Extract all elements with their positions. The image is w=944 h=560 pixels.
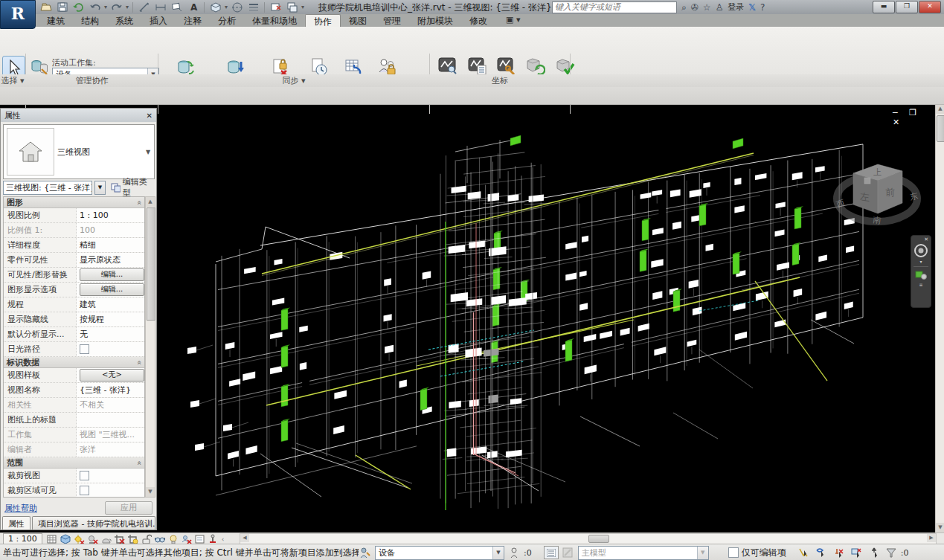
tab-0[interactable]: 建筑 bbox=[39, 14, 73, 27]
text-icon[interactable]: A bbox=[186, 1, 200, 13]
select-pinned-icon[interactable] bbox=[832, 547, 846, 559]
edit-button[interactable]: 编辑... bbox=[80, 283, 144, 296]
select-panel-label[interactable]: 选择 ▾ bbox=[0, 75, 25, 86]
scroll-right-icon[interactable]: ▶ bbox=[927, 534, 936, 542]
reveal-constraints-icon[interactable] bbox=[208, 534, 219, 544]
tab-9[interactable]: 管理 bbox=[375, 14, 409, 27]
filter-icon[interactable] bbox=[884, 547, 898, 559]
section-icon[interactable] bbox=[230, 1, 244, 13]
tab-project-browser[interactable]: 项目浏览器 - 技师学院机电培训... bbox=[32, 516, 155, 530]
switch-windows-icon[interactable] bbox=[285, 1, 299, 13]
detail-level-icon[interactable] bbox=[47, 534, 59, 544]
unlocked-3d-view-icon[interactable] bbox=[141, 534, 152, 544]
user-icon[interactable]: ♙ bbox=[716, 2, 724, 13]
undo-icon[interactable] bbox=[88, 1, 102, 13]
navbar-caret-icon[interactable]: ▾ bbox=[919, 259, 922, 264]
tab-8[interactable]: 视图 bbox=[341, 14, 375, 27]
prop-scroll-down-icon[interactable]: ▼ bbox=[146, 487, 155, 497]
horizontal-scroll-thumb[interactable] bbox=[588, 535, 609, 543]
properties-close-icon[interactable]: ✕ bbox=[147, 112, 152, 120]
dimension-icon[interactable] bbox=[153, 1, 167, 13]
vertical-scroll-thumb[interactable] bbox=[937, 115, 944, 142]
viewcube-top-label[interactable]: 上 bbox=[873, 167, 882, 177]
type-selector[interactable]: 三维视图 ▼ bbox=[3, 124, 155, 179]
select-underlay-icon[interactable] bbox=[815, 547, 828, 559]
view3d-caret-icon[interactable]: ▾ bbox=[225, 4, 228, 10]
close-button[interactable]: ✕ bbox=[919, 1, 941, 13]
edit-button[interactable]: <无> bbox=[80, 369, 144, 382]
collapse-arrow-icon[interactable]: ‹ bbox=[222, 535, 225, 543]
redo-icon[interactable] bbox=[109, 1, 123, 13]
sun-path-off-icon[interactable] bbox=[74, 534, 86, 544]
tab-11[interactable]: 修改 bbox=[461, 14, 495, 27]
navbar-customize-icon[interactable]: ≡ bbox=[919, 282, 922, 287]
scroll-down-icon[interactable]: ▼ bbox=[936, 523, 944, 532]
undo-caret-icon[interactable]: ▾ bbox=[104, 4, 107, 10]
crop-region-hidden-icon[interactable] bbox=[127, 534, 139, 544]
save-icon[interactable] bbox=[55, 1, 69, 13]
measure-icon[interactable] bbox=[137, 1, 151, 13]
redo-caret-icon[interactable]: ▾ bbox=[126, 4, 129, 10]
scroll-left-icon[interactable]: ◀ bbox=[240, 534, 249, 542]
application-menu-button[interactable]: R bbox=[0, 0, 36, 29]
apply-button[interactable]: 应用 bbox=[105, 501, 152, 515]
thin-lines-icon[interactable] bbox=[246, 1, 260, 13]
help-icon[interactable]: ? bbox=[760, 2, 765, 13]
view3d-icon[interactable] bbox=[208, 1, 222, 13]
steering-wheel-icon[interactable] bbox=[914, 243, 928, 258]
view-window-controls[interactable]: ─ ❐ ✕ bbox=[893, 108, 935, 127]
worksharing-display-off-icon[interactable] bbox=[181, 534, 193, 544]
view-scale-button[interactable]: 1 : 100 bbox=[3, 533, 42, 544]
worksets-dialog-icon[interactable] bbox=[544, 546, 559, 559]
shadows-off-icon[interactable] bbox=[87, 534, 99, 544]
instance-selector-dropdown[interactable]: 三维视图: {三维 - 张洋} bbox=[3, 181, 92, 195]
modify-tab-extra-icon[interactable]: ▣ ▾ bbox=[501, 14, 524, 27]
design-option-dropdown[interactable]: 主模型▼ bbox=[578, 546, 709, 560]
prop-scroll-thumb[interactable] bbox=[147, 207, 155, 321]
sync-panel-label[interactable]: 同步 ▾ bbox=[158, 75, 429, 86]
tab-properties[interactable]: 属性 bbox=[2, 516, 30, 530]
checkbox[interactable] bbox=[80, 471, 89, 480]
checkbox[interactable] bbox=[80, 344, 89, 354]
temporary-view-properties-icon[interactable] bbox=[194, 534, 206, 544]
search-input[interactable] bbox=[552, 1, 677, 13]
viewcube-front-label[interactable]: 前 bbox=[885, 187, 895, 198]
signin-button[interactable]: 登录 bbox=[728, 1, 744, 13]
prop-scroll-up-icon[interactable]: ▲ bbox=[146, 197, 155, 207]
maximize-button[interactable]: ❐ bbox=[896, 1, 918, 13]
drag-on-selection-icon[interactable] bbox=[868, 547, 882, 559]
checkbox[interactable] bbox=[80, 486, 89, 495]
editable-only-checkbox[interactable]: 仅可编辑项 bbox=[728, 547, 786, 559]
visual-style-icon[interactable] bbox=[60, 534, 72, 544]
select-by-face-icon[interactable] bbox=[850, 547, 864, 559]
reveal-hidden-elements-icon[interactable] bbox=[167, 534, 179, 544]
binoculars-icon[interactable]: ⌕ bbox=[681, 2, 687, 13]
edit-type-button[interactable]: 编辑类型 bbox=[108, 181, 155, 194]
select-links-icon[interactable] bbox=[797, 547, 810, 559]
switch-windows-caret-icon[interactable]: ▾ bbox=[301, 4, 304, 10]
navbar-close-icon[interactable]: ✕ bbox=[922, 236, 931, 243]
tab-1[interactable]: 结构 bbox=[73, 14, 107, 27]
workset-status-dropdown[interactable]: 设备▼ bbox=[375, 546, 504, 560]
close-hidden-windows-icon[interactable] bbox=[269, 1, 283, 13]
viewcube[interactable]: 西 南 东 上 前 左 bbox=[832, 145, 922, 233]
tab-5[interactable]: 分析 bbox=[210, 14, 244, 27]
type-selector-arrow-icon[interactable]: ▼ bbox=[142, 149, 154, 155]
zoom-tool-icon[interactable] bbox=[914, 268, 928, 280]
section-header[interactable]: 图形« bbox=[4, 197, 144, 208]
editing-requests-status-icon[interactable] bbox=[507, 547, 521, 559]
minimize-button[interactable]: ▬ bbox=[873, 1, 895, 13]
tab-7[interactable]: 协作 bbox=[305, 14, 341, 27]
temporary-hide-isolate-icon[interactable] bbox=[154, 534, 166, 544]
communication-icon[interactable]: ☆ bbox=[703, 2, 711, 13]
rendering-dialog-icon[interactable] bbox=[100, 534, 112, 544]
tab-10[interactable]: 附加模块 bbox=[409, 14, 461, 27]
section-header[interactable]: 范围« bbox=[4, 457, 144, 469]
vertical-scrollbar[interactable]: ▲ ▼ bbox=[935, 104, 944, 532]
editable-only-box[interactable] bbox=[728, 547, 739, 558]
tab-3[interactable]: 插入 bbox=[141, 14, 176, 27]
horizontal-scrollbar[interactable]: ◀ ▶ bbox=[240, 533, 937, 544]
viewcube-left-label[interactable]: 左 bbox=[860, 190, 870, 203]
navigation-bar[interactable]: ✕ ▾ ≡ bbox=[911, 235, 931, 308]
tag-icon[interactable] bbox=[170, 1, 184, 13]
